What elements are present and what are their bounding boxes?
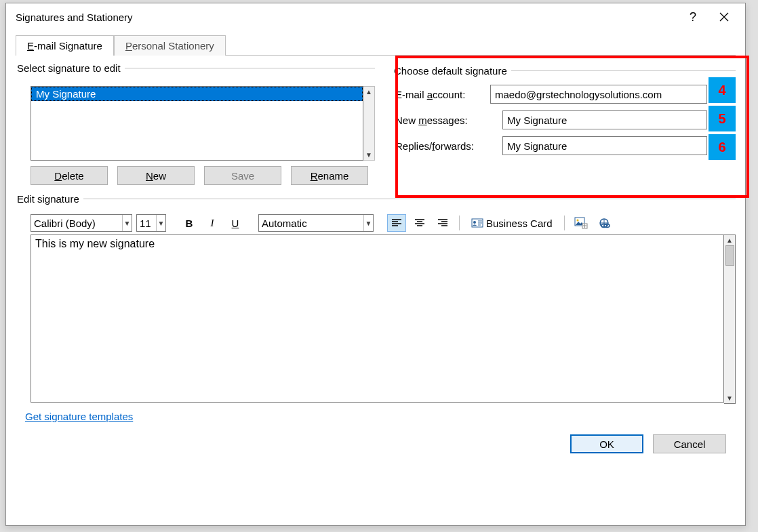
font-family-select[interactable]: Calibri (Body)▼ xyxy=(31,214,132,232)
align-right-icon xyxy=(437,218,448,228)
bold-button[interactable]: B xyxy=(180,214,199,232)
italic-button[interactable]: I xyxy=(203,214,222,232)
cancel-button[interactable]: Cancel xyxy=(653,434,726,453)
scroll-down-icon: ▼ xyxy=(365,151,372,159)
business-card-button[interactable]: Business Card xyxy=(466,214,557,232)
business-card-icon xyxy=(471,218,483,228)
edit-signature-legend: Edit signature xyxy=(16,193,83,205)
delete-button[interactable]: Delete xyxy=(31,166,108,185)
toolbar-separator xyxy=(564,216,565,230)
editor-scrollbar[interactable]: ▲ ▼ xyxy=(724,234,736,404)
svg-point-3 xyxy=(576,220,578,222)
callout-highlight-box xyxy=(395,56,749,198)
chevron-down-icon: ▼ xyxy=(122,215,132,231)
chevron-down-icon: ▼ xyxy=(363,215,373,231)
window-title: Signatures and Stationery xyxy=(16,12,677,23)
tab-email-signature[interactable]: E-mail Signature xyxy=(16,35,114,56)
close-button[interactable] xyxy=(709,6,740,28)
select-signature-legend: Select signature to edit xyxy=(16,62,125,74)
hyperlink-icon xyxy=(597,218,611,228)
scroll-thumb[interactable] xyxy=(725,245,734,266)
scroll-up-icon: ▲ xyxy=(365,88,372,96)
editor-toolbar: Calibri (Body)▼ 11▼ B I U Automatic▼ Bus… xyxy=(31,214,736,232)
signature-listbox[interactable]: My Signature xyxy=(31,86,363,161)
align-center-icon xyxy=(414,218,425,228)
insert-picture-button[interactable] xyxy=(572,214,591,232)
help-button[interactable]: ? xyxy=(677,6,709,28)
scroll-up-icon: ▲ xyxy=(726,237,733,244)
dialog-signatures-stationery: Signatures and Stationery ? E-mail Signa… xyxy=(5,3,746,526)
select-signature-group: Select signature to edit xyxy=(16,62,375,79)
client-area: E-mail Signature Personal Stationery Sel… xyxy=(6,30,745,525)
get-templates-link[interactable]: Get signature templates xyxy=(25,411,736,422)
ok-button[interactable]: OK xyxy=(570,434,643,453)
tab-strip: E-mail Signature Personal Stationery xyxy=(16,35,736,56)
toolbar-separator xyxy=(459,216,460,230)
align-left-icon xyxy=(391,218,402,228)
font-color-select[interactable]: Automatic▼ xyxy=(258,214,374,232)
align-left-button[interactable] xyxy=(387,214,406,232)
signature-editor[interactable]: This is my new signature xyxy=(31,234,724,403)
save-button[interactable]: Save xyxy=(204,166,281,185)
listbox-scrollbar[interactable]: ▲ ▼ xyxy=(363,86,375,161)
tab-personal-stationery[interactable]: Personal Stationery xyxy=(114,35,226,56)
font-size-select[interactable]: 11▼ xyxy=(136,214,166,232)
underline-button[interactable]: U xyxy=(226,214,245,232)
scroll-down-icon: ▼ xyxy=(726,394,733,402)
insert-hyperlink-button[interactable] xyxy=(595,214,614,232)
align-center-button[interactable] xyxy=(410,214,429,232)
picture-icon xyxy=(574,217,588,229)
align-right-button[interactable] xyxy=(433,214,452,232)
new-button[interactable]: New xyxy=(117,166,195,185)
signature-list-item[interactable]: My Signature xyxy=(31,87,363,101)
svg-point-1 xyxy=(473,221,476,224)
chevron-down-icon: ▼ xyxy=(156,215,165,231)
rename-button[interactable]: Rename xyxy=(291,166,368,185)
close-icon xyxy=(719,12,729,22)
titlebar: Signatures and Stationery ? xyxy=(6,3,745,30)
